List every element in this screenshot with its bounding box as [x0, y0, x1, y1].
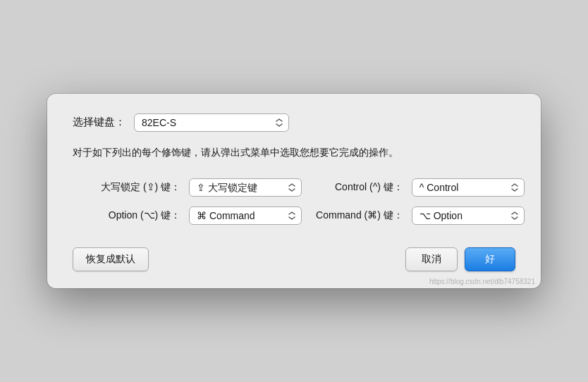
modifier-row-command: Command (⌘) 键： ⌥ Option	[316, 207, 525, 225]
option-select-wrapper: ⌘ Command	[189, 207, 302, 225]
description-text: 对于如下列出的每个修饰键，请从弹出式菜单中选取您想要它完成的操作。	[73, 144, 515, 160]
option-label: Option (⌥) 键：	[109, 209, 180, 222]
modifier-keys-grid: 大写锁定 (⇪) 键： ⇪ 大写锁定键 Control (^) 键： ^ Con…	[73, 178, 515, 225]
button-row: 恢复成默认 取消 好	[73, 247, 515, 271]
keyboard-select-row: 选择键盘： 82EC-S	[73, 113, 515, 132]
modifier-row-option: Option (⌥) 键： ⌘ Command	[101, 207, 302, 225]
keyboard-select-wrapper: 82EC-S	[134, 113, 289, 132]
keyboard-select-label: 选择键盘：	[73, 116, 125, 129]
caps-lock-select[interactable]: ⇪ 大写锁定键	[189, 178, 302, 197]
modifier-keys-dialog: 选择键盘： 82EC-S 对于如下列出的每个修饰键，请从弹出式菜单中选取您想要它…	[47, 94, 541, 288]
modifier-row-control: Control (^) 键： ^ Control	[316, 178, 525, 197]
control-label: Control (^) 键：	[335, 181, 403, 194]
watermark: https://blog.csdn.net/dlb74758321	[429, 278, 535, 285]
command-select-wrapper: ⌥ Option	[412, 207, 525, 225]
command-select[interactable]: ⌥ Option	[412, 207, 525, 225]
cancel-button[interactable]: 取消	[405, 247, 458, 271]
caps-lock-select-wrapper: ⇪ 大写锁定键	[189, 178, 302, 197]
modifier-row-caps-lock: 大写锁定 (⇪) 键： ⇪ 大写锁定键	[101, 178, 302, 197]
restore-defaults-button[interactable]: 恢复成默认	[73, 247, 149, 271]
control-select-wrapper: ^ Control	[412, 178, 525, 197]
control-select[interactable]: ^ Control	[412, 178, 525, 197]
command-label: Command (⌘) 键：	[316, 209, 403, 222]
right-buttons: 取消 好	[405, 247, 515, 271]
option-select[interactable]: ⌘ Command	[189, 207, 302, 225]
keyboard-select[interactable]: 82EC-S	[134, 113, 289, 132]
ok-button[interactable]: 好	[465, 247, 515, 271]
caps-lock-label: 大写锁定 (⇪) 键：	[101, 181, 180, 194]
